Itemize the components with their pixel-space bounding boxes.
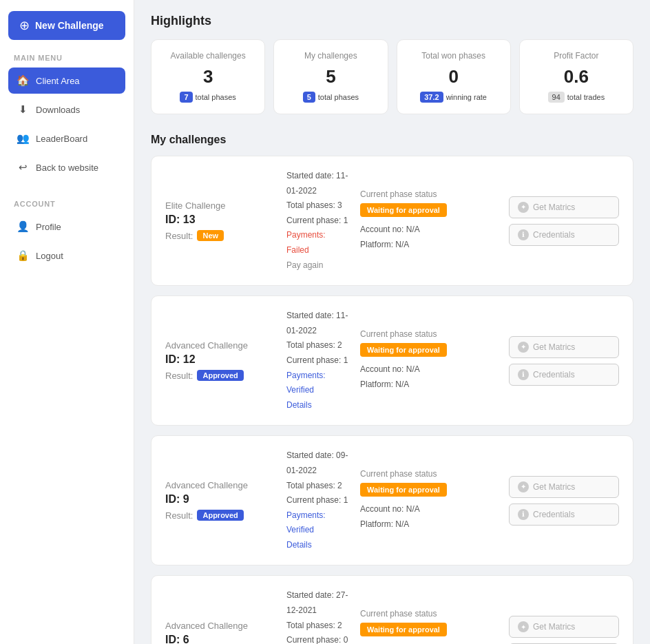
new-challenge-button[interactable]: ⊕ New Challenge bbox=[8, 11, 125, 40]
profit-factor-badge-number: 94 bbox=[548, 92, 565, 103]
started-date: Started date: 09-01-2022 bbox=[286, 448, 349, 478]
payment-status[interactable]: Payments: Failed bbox=[286, 228, 349, 258]
pay-again-link[interactable]: Pay again bbox=[286, 258, 349, 273]
my-challenges-badge-number: 5 bbox=[303, 92, 315, 103]
started-date: Started date: 27-12-2021 bbox=[286, 588, 349, 618]
status-badge: Waiting for approval bbox=[360, 203, 447, 217]
platform: Platform: N/A bbox=[360, 517, 498, 532]
sidebar-item-logout[interactable]: 🔒 Logout bbox=[8, 242, 125, 269]
won-phases-badge-number: 37.2 bbox=[420, 92, 443, 103]
credentials-button: ℹ Credentials bbox=[509, 364, 619, 386]
payment-status[interactable]: Payments: Verified bbox=[286, 368, 349, 398]
result-badge: Approved bbox=[197, 510, 243, 521]
won-phases-badge-text: winning rate bbox=[446, 93, 487, 101]
result-label: Result: bbox=[165, 371, 193, 381]
challenges-list: Elite Challenge ID: 13 Result: New Start… bbox=[151, 156, 633, 644]
highlights-title: Highlights bbox=[151, 14, 633, 28]
phase-status: Current phase status Waiting for approva… bbox=[360, 469, 498, 532]
challenge-card-id13: Elite Challenge ID: 13 Result: New Start… bbox=[151, 156, 633, 286]
sidebar-item-profile[interactable]: 👤 Profile bbox=[8, 214, 125, 240]
account-no: Account no: N/A bbox=[360, 502, 498, 517]
my-challenges-title: My challenges bbox=[151, 134, 633, 146]
metrics-icon: ✦ bbox=[518, 481, 529, 492]
account-info: Account no: N/A Platform: N/A bbox=[360, 222, 498, 252]
challenge-card-id6: Advanced Challenge ID: 6 Result: Approve… bbox=[151, 575, 633, 644]
total-phases: Total phases: 2 bbox=[286, 338, 349, 353]
won-phases-value: 0 bbox=[408, 66, 499, 87]
challenge-name: Elite Challenge bbox=[165, 200, 275, 211]
won-phases-badge: 37.2 winning rate bbox=[420, 92, 487, 103]
sidebar-item-client-area[interactable]: 🏠 Client Area bbox=[8, 67, 125, 94]
my-challenges-badge-text: total phases bbox=[318, 93, 359, 101]
result-row: Result: Approved bbox=[165, 370, 275, 381]
account-info: Account no: N/A Platform: N/A bbox=[360, 362, 498, 392]
details-link[interactable]: Details bbox=[286, 398, 349, 413]
metrics-icon: ✦ bbox=[518, 202, 529, 213]
challenge-details: Started date: 09-01-2022 Total phases: 2… bbox=[286, 448, 349, 552]
payment-status[interactable]: Payments: Verified bbox=[286, 508, 349, 538]
profit-factor-label: Profit Factor bbox=[531, 51, 622, 61]
result-row: Result: Approved bbox=[165, 510, 275, 521]
action-buttons: ✦ Get Matrics ℹ Credentials bbox=[509, 616, 619, 644]
challenge-name: Advanced Challenge bbox=[165, 340, 275, 351]
total-phases: Total phases: 2 bbox=[286, 619, 349, 634]
sidebar-item-leaderboard[interactable]: 👥 LeaderBoard bbox=[8, 125, 125, 152]
highlight-card-my-challenges: My challenges 5 5 total phases bbox=[273, 39, 388, 114]
info-icon: ℹ bbox=[518, 369, 529, 380]
get-metrics-button: ✦ Get Matrics bbox=[509, 476, 619, 498]
metrics-icon: ✦ bbox=[518, 342, 529, 353]
total-phases: Total phases: 2 bbox=[286, 479, 349, 494]
status-badge: Waiting for approval bbox=[360, 623, 447, 636]
sidebar: ⊕ New Challenge MAIN MENU 🏠 Client Area … bbox=[0, 0, 134, 644]
challenge-id: ID: 12 bbox=[165, 353, 275, 366]
sidebar-item-downloads[interactable]: ⬇ Downloads bbox=[8, 96, 125, 123]
started-date: Started date: 11-01-2022 bbox=[286, 309, 349, 338]
challenge-info: Advanced Challenge ID: 9 Result: Approve… bbox=[165, 480, 275, 521]
nav-label-client-area: Client Area bbox=[36, 76, 80, 86]
action-buttons: ✦ Get Matrics ℹ Credentials bbox=[509, 336, 619, 386]
platform: Platform: N/A bbox=[360, 377, 498, 393]
challenge-name: Advanced Challenge bbox=[165, 480, 275, 490]
nav-label-logout: Logout bbox=[36, 251, 63, 261]
challenge-details: Started date: 27-12-2021 Total phases: 2… bbox=[286, 588, 349, 644]
available-value: 3 bbox=[162, 66, 253, 87]
phase-status: Current phase status Waiting for approva… bbox=[360, 609, 498, 644]
highlight-card-won-phases: Total won phases 0 37.2 winning rate bbox=[397, 39, 511, 114]
profit-factor-badge-text: total trades bbox=[567, 93, 605, 101]
available-label: Available challenges bbox=[162, 51, 253, 61]
credentials-button: ℹ Credentials bbox=[509, 224, 619, 246]
challenge-name: Advanced Challenge bbox=[165, 621, 275, 631]
sidebar-item-back-to-website[interactable]: ↩ Back to website bbox=[8, 154, 125, 180]
challenge-id: ID: 9 bbox=[165, 493, 275, 506]
challenge-card-id12: Advanced Challenge ID: 12 Result: Approv… bbox=[151, 295, 633, 426]
back-icon: ↩ bbox=[17, 161, 29, 174]
details-link[interactable]: Details bbox=[286, 538, 349, 553]
profile-icon: 👤 bbox=[17, 220, 29, 233]
metrics-icon: ✦ bbox=[518, 621, 529, 632]
current-phase: Current phase: 1 bbox=[286, 214, 349, 229]
challenge-info: Elite Challenge ID: 13 Result: New bbox=[165, 200, 275, 241]
phase-status-label: Current phase status bbox=[360, 329, 498, 339]
home-icon: 🏠 bbox=[17, 74, 29, 87]
my-challenges-badge: 5 total phases bbox=[303, 92, 359, 103]
nav-label-leaderboard: LeaderBoard bbox=[36, 134, 87, 144]
download-icon: ⬇ bbox=[17, 103, 29, 116]
my-challenges-label: My challenges bbox=[285, 51, 376, 61]
highlight-card-available: Available challenges 3 7 total phases bbox=[151, 39, 265, 114]
account-label: ACCOUNT bbox=[8, 200, 125, 208]
info-icon: ℹ bbox=[518, 509, 529, 520]
available-badge-number: 7 bbox=[180, 92, 192, 103]
info-icon: ℹ bbox=[518, 229, 529, 240]
nav-label-profile: Profile bbox=[36, 222, 61, 232]
status-badge: Waiting for approval bbox=[360, 483, 447, 497]
logout-icon: 🔒 bbox=[17, 249, 29, 262]
leaderboard-icon: 👥 bbox=[17, 132, 29, 145]
phase-status: Current phase status Waiting for approva… bbox=[360, 329, 498, 392]
current-phase: Current phase: 1 bbox=[286, 353, 349, 368]
phase-status: Current phase status Waiting for approva… bbox=[360, 189, 498, 252]
account-info: Account no: N/A Platform: N/A bbox=[360, 502, 498, 532]
challenge-card-id9: Advanced Challenge ID: 9 Result: Approve… bbox=[151, 435, 633, 565]
get-metrics-button: ✦ Get Matrics bbox=[509, 336, 619, 358]
result-label: Result: bbox=[165, 510, 193, 521]
my-challenges-value: 5 bbox=[285, 66, 376, 87]
